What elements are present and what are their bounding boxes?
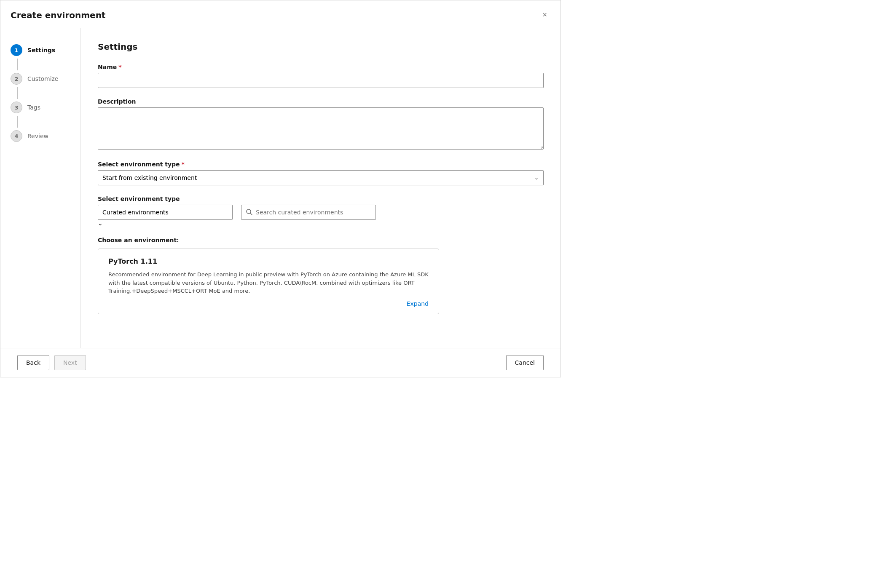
env-card-expand-row: Expand: [108, 300, 429, 307]
env-card[interactable]: PyTorch 1.11 Recommended environment for…: [98, 249, 439, 314]
step-label-tags: Tags: [27, 104, 40, 111]
sidebar-item-review[interactable]: 4 Review: [11, 128, 70, 144]
dialog-footer: Back Next Cancel: [0, 348, 561, 377]
create-environment-dialog: Create environment × 1 Settings 2 Custom…: [0, 0, 561, 377]
search-icon: [246, 208, 252, 216]
env-type-select-wrapper: Start from existing environment Create n…: [98, 170, 544, 185]
name-input[interactable]: [98, 73, 544, 88]
svg-line-1: [250, 213, 252, 215]
footer-left: Back Next: [17, 355, 86, 370]
main-content: Settings Name * Description Select envir…: [80, 28, 561, 348]
env-type-sub-label: Select environment type: [98, 195, 544, 202]
description-field-group: Description: [98, 98, 544, 151]
search-curated-input[interactable]: [256, 209, 371, 216]
env-type-sub-group: Select environment type Curated environm…: [98, 195, 544, 227]
close-button[interactable]: ×: [539, 9, 550, 21]
next-button: Next: [54, 355, 86, 370]
name-required-star: *: [118, 64, 121, 70]
step-circle-3: 3: [11, 102, 22, 113]
choose-env-label: Choose an environment:: [98, 237, 544, 243]
env-type-dropdown[interactable]: Start from existing environment Create n…: [98, 170, 544, 185]
env-card-description: Recommended environment for Deep Learnin…: [108, 270, 429, 295]
description-label: Description: [98, 98, 544, 105]
select-env-type-group: Select environment type * Start from exi…: [98, 161, 544, 185]
dialog-header: Create environment ×: [0, 0, 561, 28]
back-button[interactable]: Back: [17, 355, 49, 370]
step-circle-1: 1: [11, 44, 22, 56]
expand-button[interactable]: Expand: [407, 300, 429, 307]
cancel-button[interactable]: Cancel: [506, 355, 544, 370]
select-env-type-label: Select environment type *: [98, 161, 544, 168]
env-type-row: Curated environments Custom environments…: [98, 205, 544, 227]
step-connector-3-4: [17, 116, 18, 128]
sidebar: 1 Settings 2 Customize 3 Tags: [0, 28, 80, 348]
step-circle-2: 2: [11, 73, 22, 85]
name-field-group: Name *: [98, 64, 544, 88]
name-label: Name *: [98, 64, 544, 70]
env-card-title: PyTorch 1.11: [108, 257, 429, 265]
step-circle-4: 4: [11, 130, 22, 142]
step-label-customize: Customize: [27, 75, 59, 82]
curated-env-select-wrapper: Curated environments Custom environments…: [98, 205, 233, 227]
step-connector-2-3: [17, 87, 18, 99]
step-label-review: Review: [27, 133, 48, 139]
step-label-settings: Settings: [27, 47, 55, 53]
step-connector-1-2: [17, 59, 18, 70]
sidebar-item-tags[interactable]: 3 Tags: [11, 99, 70, 116]
search-wrapper[interactable]: [241, 205, 376, 220]
sidebar-item-customize[interactable]: 2 Customize: [11, 70, 70, 87]
curated-env-dropdown[interactable]: Curated environments Custom environments: [98, 205, 233, 220]
dialog-body: 1 Settings 2 Customize 3 Tags: [0, 28, 561, 348]
env-type-required-star: *: [182, 161, 185, 168]
description-input[interactable]: [98, 107, 544, 150]
sidebar-item-settings[interactable]: 1 Settings: [11, 42, 70, 59]
dialog-title: Create environment: [11, 10, 105, 20]
choose-env-group: Choose an environment: PyTorch 1.11 Reco…: [98, 237, 544, 314]
curated-env-chevron-icon: ⌄: [98, 220, 103, 227]
section-title: Settings: [98, 42, 544, 52]
